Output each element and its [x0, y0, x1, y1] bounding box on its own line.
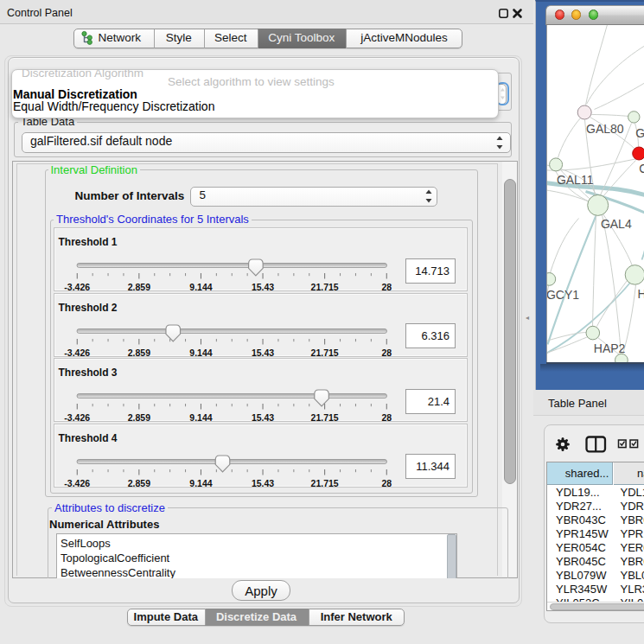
- svg-text:21.715: 21.715: [310, 477, 338, 488]
- svg-text:21.715: 21.715: [310, 412, 338, 423]
- svg-text:C: C: [639, 161, 644, 175]
- svg-text:9.144: 9.144: [189, 282, 212, 292]
- svg-text:2.859: 2.859: [127, 282, 150, 292]
- svg-text:9.144: 9.144: [189, 477, 212, 488]
- svg-text:2.859: 2.859: [127, 347, 150, 357]
- svg-text:-3.426: -3.426: [64, 477, 90, 488]
- svg-text:H: H: [637, 286, 644, 300]
- svg-text:2.859: 2.859: [127, 412, 150, 423]
- svg-text:15.43: 15.43: [251, 412, 273, 423]
- svg-text:GA: GA: [635, 126, 644, 140]
- svg-text:15.43: 15.43: [251, 282, 273, 292]
- svg-text:GAL4: GAL4: [600, 217, 631, 231]
- svg-text:28: 28: [381, 412, 392, 423]
- svg-text:GAL11: GAL11: [556, 172, 593, 186]
- svg-text:GCY1: GCY1: [547, 288, 579, 302]
- svg-text:15.43: 15.43: [251, 477, 273, 488]
- svg-text:28: 28: [381, 282, 392, 292]
- svg-text:21.715: 21.715: [310, 347, 338, 357]
- svg-text:-3.426: -3.426: [64, 282, 90, 292]
- svg-text:GAL80: GAL80: [586, 122, 624, 136]
- svg-text:9.144: 9.144: [189, 347, 212, 357]
- svg-text:HAP2: HAP2: [593, 341, 625, 354]
- svg-text:28: 28: [381, 347, 392, 357]
- svg-text:-3.426: -3.426: [64, 347, 90, 357]
- svg-text:-3.426: -3.426: [64, 412, 90, 423]
- svg-text:2.859: 2.859: [127, 477, 150, 488]
- svg-text:21.715: 21.715: [310, 282, 338, 292]
- svg-text:15.43: 15.43: [251, 347, 273, 357]
- svg-text:28: 28: [381, 477, 392, 488]
- svg-text:9.144: 9.144: [189, 412, 212, 423]
